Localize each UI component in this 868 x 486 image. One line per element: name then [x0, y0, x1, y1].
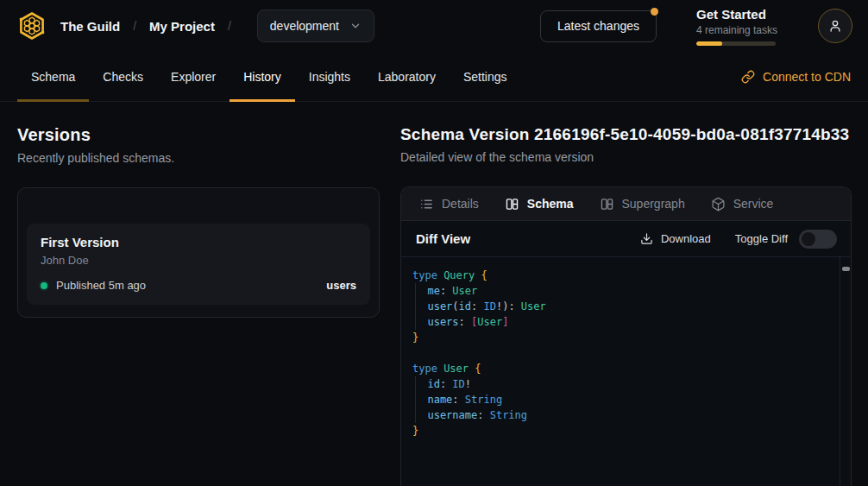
version-list-item[interactable]: First Version John Doe Published 5m ago … [27, 224, 370, 305]
version-status-row: Published 5m ago users [41, 279, 356, 292]
notification-dot [651, 8, 658, 16]
columns-icon [505, 197, 519, 211]
code-line: } [412, 330, 840, 345]
switch-knob [802, 232, 815, 246]
breadcrumb-org-link[interactable]: The Guild [60, 19, 120, 34]
version-author: John Doe [41, 254, 356, 267]
list-icon [419, 197, 434, 211]
diff-view-toolbar: Diff View Download Toggle Diff [401, 221, 851, 257]
version-service-badge: users [326, 279, 356, 292]
download-button[interactable]: Download [640, 232, 711, 245]
nav-tab-laboratory[interactable]: Laboratory [364, 52, 450, 101]
code-line: users: [User] [412, 314, 840, 330]
code-line: me: User [412, 283, 840, 299]
version-name: First Version [41, 235, 356, 249]
version-detail-subtitle: Detailed view of the schema version [400, 150, 852, 164]
app-header: The Guild / My Project / development Lat… [0, 0, 868, 52]
versions-list-card: First Version John Doe Published 5m ago … [17, 187, 380, 318]
latest-changes-label: Latest changes [557, 19, 639, 33]
latest-changes-button[interactable]: Latest changes [540, 10, 657, 42]
toggle-diff-control: Toggle Diff [735, 230, 837, 249]
get-started-progressbar [696, 41, 776, 46]
detail-tab-supergraph[interactable]: Supergraph [600, 197, 685, 211]
versions-title: Versions [17, 125, 380, 145]
nav-tab-checks[interactable]: Checks [89, 52, 157, 101]
main-content: Versions Recently published schemas. Fir… [0, 102, 868, 486]
detail-tab-label: Details [442, 197, 479, 211]
nav-tab-insights[interactable]: Insights [295, 52, 364, 101]
code-line: type User { [412, 361, 840, 376]
target-nav: SchemaChecksExplorerHistoryInsightsLabor… [0, 52, 868, 102]
download-label: Download [661, 232, 711, 245]
code-line: name: String [412, 392, 840, 407]
detail-tab-label: Supergraph [622, 197, 685, 211]
user-icon [827, 18, 843, 34]
breadcrumb: The Guild / My Project / development [17, 9, 374, 42]
diff-view-title: Diff View [416, 231, 470, 246]
connect-to-cdn-label: Connect to CDN [763, 70, 851, 84]
versions-panel: Versions Recently published schemas. Fir… [0, 102, 397, 318]
diff-view-actions: Download Toggle Diff [640, 230, 837, 249]
published-status-dot [41, 282, 47, 289]
detail-tab-label: Schema [527, 197, 574, 211]
chevron-down-icon [349, 20, 362, 32]
version-detail-title: Schema Version 2166196f-5e10-4059-bd0a-0… [400, 125, 852, 144]
code-line: user(id: ID!): User [412, 299, 840, 314]
link-icon [741, 70, 755, 84]
detail-tab-label: Service [733, 197, 774, 211]
guild-hive-logo-icon[interactable] [17, 11, 47, 41]
get-started-subtitle: 4 remaining tasks [696, 24, 778, 36]
toggle-diff-switch[interactable] [799, 230, 837, 249]
version-detail-panel: Schema Version 2166196f-5e10-4059-bd0a-0… [397, 102, 868, 486]
version-detail-card: DetailsSchemaSupergraphService Diff View… [400, 186, 852, 486]
version-status: Published 5m ago [56, 279, 146, 292]
code-scrollbar-thumb[interactable] [842, 267, 850, 271]
target-selector-dropdown[interactable]: development [257, 9, 374, 42]
get-started-progress-fill [696, 41, 722, 46]
cube-icon [711, 197, 726, 211]
toggle-diff-label: Toggle Diff [735, 232, 788, 245]
get-started-title: Get Started [696, 7, 778, 22]
detail-tab-details[interactable]: Details [419, 197, 479, 211]
detail-tab-service[interactable]: Service [711, 197, 774, 211]
code-line [412, 345, 840, 361]
columns-icon [600, 197, 614, 211]
schema-code-view: type Query { me: User user(id: ID!): Use… [401, 257, 851, 486]
code-line: username: String [412, 407, 840, 423]
breadcrumb-separator: / [133, 19, 136, 33]
target-selector-value: development [270, 19, 339, 33]
nav-tab-history[interactable]: History [230, 52, 295, 101]
breadcrumb-project-link[interactable]: My Project [149, 19, 215, 34]
code-line: } [412, 423, 840, 439]
detail-tabs: DetailsSchemaSupergraphService [401, 187, 851, 221]
user-avatar-button[interactable] [818, 9, 852, 43]
code-scrollbar-track[interactable] [840, 257, 851, 486]
header-actions: Latest changes Get Started 4 remaining t… [540, 7, 852, 46]
nav-tab-schema[interactable]: Schema [17, 52, 89, 101]
versions-subtitle: Recently published schemas. [17, 151, 380, 165]
nav-tabs: SchemaChecksExplorerHistoryInsightsLabor… [17, 52, 521, 101]
code-line: type Query { [412, 268, 840, 283]
breadcrumb-separator: / [228, 19, 231, 33]
connect-to-cdn-link[interactable]: Connect to CDN [741, 52, 851, 101]
schema-sdl-code: type Query { me: User user(id: ID!): Use… [401, 257, 840, 486]
code-line: id: ID! [412, 376, 840, 392]
get-started-widget[interactable]: Get Started 4 remaining tasks [696, 7, 778, 46]
nav-tab-settings[interactable]: Settings [450, 52, 521, 101]
detail-tab-schema[interactable]: Schema [505, 197, 574, 211]
download-icon [640, 232, 653, 245]
nav-tab-explorer[interactable]: Explorer [157, 52, 230, 101]
